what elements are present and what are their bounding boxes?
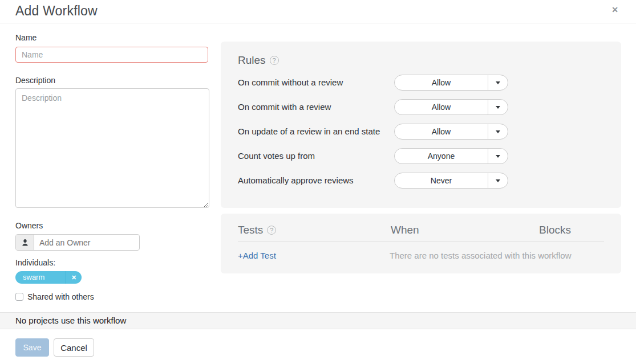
- tag-remove-icon[interactable]: ✕: [66, 271, 82, 284]
- chevron-down-icon: [496, 130, 500, 133]
- shared-with-others-row: Shared with others: [15, 292, 94, 302]
- rule-row: On commit without a review Allow: [238, 75, 604, 91]
- page-title: Add Workflow: [15, 3, 98, 19]
- rule-label: Automatically approve reviews: [238, 173, 354, 189]
- rule-row: On update of a review in an end state Al…: [238, 124, 604, 140]
- rule-label: Count votes up from: [238, 148, 315, 164]
- individuals-label: Individuals:: [15, 258, 55, 267]
- description-textarea[interactable]: [15, 88, 209, 208]
- rule-dropdown-value[interactable]: Never: [395, 173, 488, 188]
- rules-panel: Rules ? On commit without a review Allow…: [221, 42, 621, 208]
- add-test-link[interactable]: +Add Test: [238, 251, 276, 260]
- rule-row: Automatically approve reviews Never: [238, 173, 604, 189]
- rule-dropdown-value[interactable]: Allow: [395, 100, 488, 114]
- tests-title-text: Tests: [238, 224, 263, 236]
- rule-dropdown-caret-button[interactable]: [488, 124, 508, 139]
- rule-label: On update of a review in an end state: [238, 124, 380, 140]
- chevron-down-icon: [496, 155, 500, 158]
- chevron-down-icon: [496, 179, 500, 182]
- rule-dropdown-value[interactable]: Allow: [395, 124, 488, 139]
- projects-bar-text: No projects use this workflow: [15, 316, 126, 325]
- tests-body-row: +Add Test There are no tests associated …: [238, 242, 604, 267]
- tests-column-when: When: [391, 224, 419, 236]
- owners-input-group: [15, 234, 140, 251]
- name-label: Name: [15, 33, 37, 42]
- rules-help-icon[interactable]: ?: [270, 56, 279, 65]
- tests-help-icon[interactable]: ?: [267, 226, 276, 235]
- rules-title: Rules ?: [238, 54, 604, 67]
- person-icon: [16, 235, 34, 250]
- rule-row: Count votes up from Anyone: [238, 148, 604, 164]
- tests-column-blocks: Blocks: [539, 224, 571, 236]
- chevron-down-icon: [496, 106, 500, 109]
- rule-dropdown-caret-button[interactable]: [488, 75, 508, 90]
- rule-dropdown-caret-button[interactable]: [488, 173, 508, 188]
- rule-dropdown[interactable]: Allow: [394, 75, 508, 91]
- tests-header-row: Tests ? When Blocks: [238, 224, 604, 242]
- rule-dropdown[interactable]: Anyone: [394, 148, 508, 164]
- tag-label: swarm: [15, 271, 66, 284]
- tests-empty-message: There are no tests associated with this …: [390, 251, 571, 260]
- rule-dropdown[interactable]: Never: [394, 173, 508, 189]
- rule-dropdown-caret-button[interactable]: [488, 149, 508, 163]
- rule-dropdown-caret-button[interactable]: [488, 100, 508, 114]
- name-input[interactable]: [15, 47, 208, 63]
- dialog-header: Add Workflow ✕: [0, 0, 636, 23]
- owner-search-input[interactable]: [34, 235, 140, 250]
- rule-dropdown[interactable]: Allow: [394, 99, 508, 115]
- rules-title-text: Rules: [238, 54, 266, 67]
- chevron-down-icon: [496, 81, 500, 84]
- rule-dropdown-value[interactable]: Anyone: [395, 149, 488, 163]
- save-button[interactable]: Save: [15, 338, 49, 357]
- projects-bar: No projects use this workflow: [0, 312, 636, 329]
- close-icon[interactable]: ✕: [611, 5, 618, 14]
- tests-title: Tests ?: [238, 224, 276, 236]
- rule-label: On commit with a review: [238, 99, 331, 115]
- rule-dropdown[interactable]: Allow: [394, 124, 508, 140]
- shared-with-others-label: Shared with others: [27, 292, 94, 301]
- rule-dropdown-value[interactable]: Allow: [395, 75, 488, 90]
- owners-label: Owners: [15, 221, 43, 230]
- cancel-button[interactable]: Cancel: [54, 338, 94, 357]
- description-label: Description: [15, 76, 55, 85]
- rule-label: On commit without a review: [238, 75, 343, 91]
- owner-tag-swarm: swarm ✕: [15, 271, 82, 284]
- rule-row: On commit with a review Allow: [238, 99, 604, 115]
- shared-with-others-checkbox[interactable]: [15, 293, 23, 301]
- tests-panel: Tests ? When Blocks +Add Test There are …: [221, 214, 621, 273]
